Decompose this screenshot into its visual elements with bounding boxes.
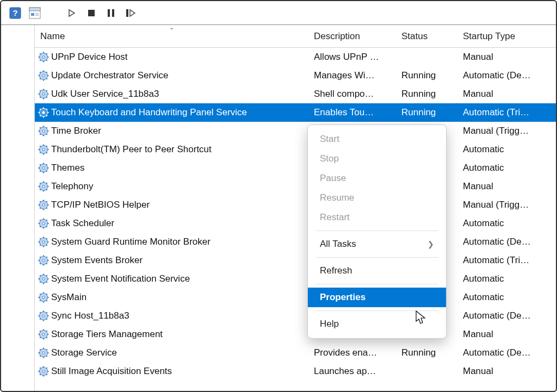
service-row[interactable]: Telephony Manual — [35, 177, 556, 196]
chevron-right-icon: ❯ — [428, 240, 434, 248]
svg-line-112 — [46, 220, 47, 221]
svg-rect-10 — [112, 9, 114, 17]
service-desc-label: Shell compo… — [308, 89, 396, 99]
service-row[interactable]: Thunderbolt(TM) Peer to Peer Shortcut Au… — [35, 140, 556, 159]
svg-line-20 — [40, 53, 41, 54]
service-name-label: System Event Notification Service — [51, 273, 190, 284]
svg-point-184 — [42, 370, 45, 372]
context-menu-item-all-tasks[interactable]: All Tasks❯ — [308, 234, 446, 254]
svg-line-152 — [46, 294, 47, 295]
svg-line-128 — [40, 263, 41, 264]
gear-icon — [38, 126, 49, 136]
service-row[interactable]: System Events Broker Automatic (Tri… — [35, 251, 556, 270]
context-menu-separator — [315, 257, 438, 258]
service-name-label: Udk User Service_11b8a3 — [51, 89, 159, 99]
service-row[interactable]: Time Broker Manual (Trigg… — [35, 122, 556, 140]
svg-text:?: ? — [13, 8, 17, 17]
svg-line-140 — [40, 275, 41, 276]
service-desc-label: Enables Tou… — [308, 107, 396, 118]
svg-line-48 — [40, 115, 41, 116]
svg-line-16 — [46, 60, 47, 61]
svg-line-22 — [46, 53, 47, 54]
stop-service-button[interactable] — [84, 5, 99, 21]
column-headers: ⌄ Name Description Status Startup Type — [35, 25, 556, 48]
service-row[interactable]: SysMain Automatic — [35, 288, 556, 307]
service-row[interactable]: Storage Tiers Management Manual — [35, 325, 556, 344]
service-name-label: Update Orchestrator Service — [51, 70, 168, 81]
service-row[interactable]: UPnP Device Host Allows UPnP … Manual — [35, 48, 556, 66]
gear-icon — [38, 347, 49, 358]
pause-service-button[interactable] — [103, 5, 119, 21]
svg-line-160 — [40, 312, 41, 313]
svg-line-166 — [46, 337, 47, 338]
svg-line-156 — [46, 319, 47, 320]
svg-point-54 — [42, 130, 45, 132]
svg-line-38 — [40, 97, 41, 98]
services-list-pane: ⌄ Name Description Status Startup Type U… — [35, 25, 556, 391]
service-row[interactable]: Task Scheduler Automatic — [35, 214, 556, 233]
svg-line-136 — [46, 282, 47, 283]
svg-line-180 — [40, 349, 41, 350]
service-row[interactable]: Sync Host_11b8a3 Automatic (De… — [35, 307, 556, 325]
service-row[interactable]: System Guard Runtime Monitor Broker Auto… — [35, 233, 556, 251]
svg-line-168 — [40, 337, 41, 338]
svg-line-186 — [46, 374, 47, 375]
svg-line-170 — [40, 331, 41, 332]
svg-line-102 — [46, 201, 47, 202]
context-menu-item-refresh[interactable]: Refresh — [308, 261, 446, 281]
svg-point-134 — [42, 278, 45, 280]
service-row[interactable]: Touch Keyboard and Handwriting Panel Ser… — [35, 103, 556, 122]
column-header-status[interactable]: Status — [396, 25, 457, 47]
service-row[interactable]: System Event Notification Service Automa… — [35, 270, 556, 288]
svg-line-100 — [40, 201, 41, 202]
svg-line-76 — [46, 171, 47, 172]
svg-line-132 — [46, 257, 47, 258]
gear-icon — [38, 292, 49, 303]
gear-icon — [38, 89, 49, 99]
svg-line-52 — [46, 109, 47, 110]
help-button[interactable]: ? — [8, 5, 23, 21]
service-startup-label: Automatic — [457, 163, 556, 173]
svg-point-94 — [42, 204, 45, 206]
service-row[interactable]: Storage Service Provides ena… Running Au… — [35, 344, 556, 362]
service-startup-label: Automatic — [457, 144, 556, 155]
context-menu-item-help[interactable]: Help — [308, 314, 446, 334]
svg-line-158 — [40, 319, 41, 320]
column-header-description[interactable]: Description — [308, 25, 396, 47]
svg-point-124 — [42, 259, 45, 262]
service-startup-label: Manual — [457, 366, 556, 377]
service-name-label: Time Broker — [51, 126, 101, 136]
column-header-name[interactable]: ⌄ Name — [35, 25, 308, 47]
service-row[interactable]: TCP/IP NetBIOS Helper Manual (Trigg… — [35, 196, 556, 214]
service-row[interactable]: Udk User Service_11b8a3 Shell compo… Run… — [35, 85, 556, 103]
service-row[interactable]: Update Orchestrator Service Manages Wi… … — [35, 66, 556, 85]
service-startup-label: Manual (Trigg… — [457, 126, 556, 136]
svg-point-14 — [42, 56, 45, 58]
tree-pane[interactable] — [1, 25, 35, 391]
svg-rect-3 — [29, 8, 40, 11]
svg-point-44 — [42, 111, 45, 114]
svg-line-86 — [46, 189, 47, 190]
svg-line-78 — [40, 171, 41, 172]
svg-line-108 — [40, 226, 41, 227]
service-row[interactable]: Still Image Acquisition Events Launches … — [35, 362, 556, 381]
gear-icon — [38, 200, 49, 210]
svg-line-172 — [46, 331, 47, 332]
service-row[interactable]: Themes Automatic — [35, 159, 556, 177]
service-name-label: System Guard Runtime Monitor Broker — [51, 237, 211, 247]
service-startup-label: Automatic — [457, 273, 556, 284]
service-startup-label: Automatic (De… — [457, 310, 556, 321]
service-name-label: Thunderbolt(TM) Peer to Peer Shortcut — [51, 144, 212, 155]
context-menu-item-properties[interactable]: Properties — [308, 288, 446, 307]
service-name-label: TCP/IP NetBIOS Helper — [51, 200, 150, 210]
restart-service-button[interactable] — [123, 5, 138, 21]
service-desc-label: Manages Wi… — [308, 70, 396, 81]
svg-line-36 — [46, 97, 47, 98]
properties-toolbar-button[interactable] — [27, 5, 42, 21]
start-service-button[interactable] — [64, 5, 79, 21]
svg-line-42 — [46, 90, 47, 91]
svg-line-162 — [46, 312, 47, 313]
column-header-startup[interactable]: Startup Type — [457, 25, 556, 47]
service-name-label: SysMain — [51, 292, 86, 303]
gear-icon — [38, 181, 49, 192]
